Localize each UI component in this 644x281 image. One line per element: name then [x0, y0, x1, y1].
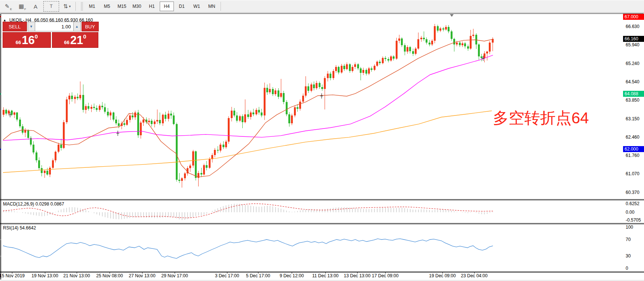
candlestick [445, 27, 447, 30]
candlestick [439, 28, 441, 31]
candlestick [214, 150, 216, 155]
candlestick [140, 123, 142, 135]
candlestick [162, 115, 164, 123]
candlestick [382, 58, 384, 63]
volume-down-button[interactable]: ▼ [28, 22, 35, 31]
price-badge-current-price: 66.160 [623, 36, 644, 42]
time-tick-label: 5 Dec 17:00 [246, 273, 270, 278]
buy-price-prefix: 66 [64, 40, 69, 45]
candlestick [33, 145, 34, 152]
candlestick [19, 120, 21, 126]
candlestick [307, 86, 309, 91]
candlestick [49, 168, 51, 175]
sell-price-big: 16 [22, 34, 34, 47]
sell-price-display[interactable]: 66 16 0 [3, 32, 51, 48]
candlestick [71, 96, 73, 99]
candlestick [407, 47, 408, 52]
candlestick [401, 38, 403, 45]
sell-price-prefix: 66 [16, 40, 21, 45]
sell-price-sup: 0 [35, 33, 38, 40]
rsi-label: RSI(14) 54.6642 [3, 225, 36, 231]
candlestick [24, 130, 26, 133]
one-click-trading-widget: SELL ▼ ▲ BUY 66 16 0 66 21 0 [3, 22, 99, 48]
candlestick [286, 102, 288, 114]
candlestick [156, 120, 158, 121]
candlestick [176, 124, 178, 180]
candlestick [305, 86, 307, 96]
buy-price-sup: 0 [83, 33, 86, 40]
time-tick-label: 19 Nov 13:00 [31, 273, 58, 278]
price-badge-resistance: 67.000 [623, 14, 644, 20]
candlestick [291, 115, 293, 123]
volume-up-button[interactable]: ▲ [73, 22, 81, 31]
buy-price-display[interactable]: 66 21 0 [52, 32, 98, 48]
candlestick [352, 67, 353, 71]
time-tick-label: 19 Dec 09:00 [429, 273, 456, 278]
volume-input[interactable] [35, 22, 73, 31]
candlestick [335, 67, 337, 71]
candlestick [261, 112, 263, 115]
candlestick [332, 71, 334, 78]
pane-separator [0, 223, 644, 223]
pane-separator [0, 272, 644, 272]
candlestick [13, 112, 15, 115]
candlestick [297, 107, 298, 109]
candlestick [142, 120, 144, 123]
candlestick [393, 56, 395, 59]
candlestick [220, 145, 221, 151]
macd-tick-label: 0.00 [626, 210, 634, 215]
candlestick [269, 89, 271, 92]
pane-separator [0, 200, 644, 200]
candlestick [85, 106, 87, 110]
chart-annotation-text: 多空转折点64 [493, 108, 589, 129]
price-tick-label: 66.630 [626, 24, 640, 29]
candlestick [302, 96, 304, 102]
candlestick [398, 38, 400, 41]
candlestick [415, 49, 417, 54]
price-tick-label: 61.760 [626, 153, 640, 158]
candlestick [118, 123, 120, 126]
buy-price-big: 21 [70, 34, 83, 47]
candlestick [426, 39, 427, 43]
rsi-tick-label: 30 [626, 253, 631, 259]
candlestick [357, 64, 359, 68]
candlestick [456, 43, 458, 44]
candlestick [346, 64, 348, 69]
candlestick [132, 115, 134, 118]
candlestick [41, 168, 43, 173]
buy-button[interactable]: BUY [82, 22, 99, 31]
price-tick-label: 64.540 [626, 79, 640, 84]
candlestick [217, 150, 219, 151]
candlestick [464, 43, 466, 47]
candlestick [321, 87, 323, 89]
candlestick [288, 114, 290, 123]
candlestick [115, 120, 117, 123]
time-tick-label: 27 Nov 13:00 [129, 273, 155, 278]
candlestick [379, 62, 381, 63]
candlestick [44, 171, 46, 173]
time-tick-label: 23 Dec 04:00 [461, 273, 487, 278]
time-tick-label: 29 Nov 17:00 [161, 273, 188, 278]
candlestick [294, 107, 296, 115]
time-tick-label: 11 Dec 13:00 [312, 273, 339, 278]
candlestick [242, 116, 243, 122]
candlestick [148, 121, 150, 122]
candlestick [66, 99, 68, 122]
candlestick [38, 160, 40, 168]
time-tick-label: 9 Dec 12:00 [280, 273, 304, 278]
candlestick [272, 89, 274, 94]
candlestick [101, 106, 103, 107]
candlestick [88, 106, 89, 109]
candlestick [110, 112, 111, 115]
sell-button[interactable]: SELL [3, 22, 27, 31]
candlestick [258, 110, 260, 112]
candlestick [168, 114, 169, 119]
candlestick [280, 93, 282, 97]
pane-separator [0, 199, 644, 200]
candlestick [239, 116, 241, 121]
candlestick [231, 111, 233, 118]
candlestick [316, 83, 318, 88]
candlestick [178, 180, 180, 181]
candlestick [22, 126, 24, 133]
candlestick [137, 112, 139, 135]
